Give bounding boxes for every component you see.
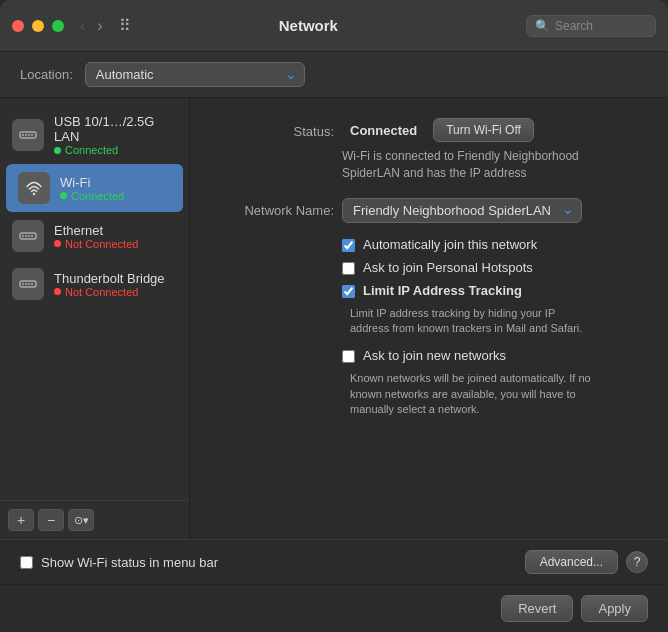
nav-arrows: ‹ › [76,17,107,35]
location-label: Location: [20,67,73,82]
wifi-dot [60,192,67,199]
location-bar: Location: Automatic [0,52,668,98]
usb-lan-dot [54,147,61,154]
ethernet-name: Ethernet [54,223,138,238]
search-input[interactable] [555,19,647,33]
sidebar: USB 10/1…/2.5G LAN Connected [0,98,190,539]
minimize-button[interactable] [32,20,44,32]
detail-panel: Status: Connected Turn Wi-Fi Off Wi-Fi i… [190,98,668,539]
show-wifi-label[interactable]: Show Wi-Fi status in menu bar [41,555,218,570]
sidebar-item-usb-lan[interactable]: USB 10/1…/2.5G LAN Connected [0,106,189,164]
ethernet-info: Ethernet Not Connected [54,223,138,250]
ethernet-icon [12,220,44,252]
remove-network-button[interactable]: − [38,509,64,531]
titlebar-title: Network [141,17,476,34]
ethernet-dot [54,240,61,247]
turn-wifi-button[interactable]: Turn Wi-Fi Off [433,118,534,142]
titlebar: ‹ › ⠿ Network 🔍 [0,0,668,52]
checkbox-new-networks-row: Ask to join new networks [342,348,644,363]
revert-button[interactable]: Revert [501,595,573,622]
checkbox-limit-ip-row: Limit IP Address Tracking [342,283,644,298]
thunderbolt-info: Thunderbolt Bridge Not Connected [54,271,165,298]
wifi-icon [18,172,50,204]
advanced-button[interactable]: Advanced... [525,550,618,574]
bottom-right: Advanced... ? [525,550,648,574]
checkbox-hotspot-row: Ask to join Personal Hotspots [342,260,644,275]
action-buttons: Revert Apply [0,584,668,632]
status-description: Wi-Fi is connected to Friendly Neighborh… [342,148,644,182]
svg-point-5 [33,193,35,195]
personal-hotspot-checkbox[interactable] [342,262,355,275]
limit-ip-checkbox[interactable] [342,285,355,298]
network-name-label: Network Name: [214,203,334,218]
action-network-button[interactable]: ⊙▾ [68,509,94,531]
sidebar-item-wifi[interactable]: Wi-Fi Connected [6,164,183,212]
forward-arrow[interactable]: › [93,17,106,35]
usb-lan-status: Connected [54,144,177,156]
window: ‹ › ⠿ Network 🔍 Location: Automatic [0,0,668,632]
personal-hotspot-label[interactable]: Ask to join Personal Hotspots [363,260,533,275]
apply-button[interactable]: Apply [581,595,648,622]
show-wifi-checkbox[interactable] [20,556,33,569]
back-arrow[interactable]: ‹ [76,17,89,35]
usb-lan-name: USB 10/1…/2.5G LAN [54,114,177,144]
network-name-row: Network Name: Friendly Neighborhood Spid… [214,198,644,223]
auto-join-checkbox[interactable] [342,239,355,252]
ethernet-status-text: Not Connected [65,238,138,250]
sidebar-footer: + − ⊙▾ [0,500,189,539]
ethernet-status: Not Connected [54,238,138,250]
location-select-wrapper: Automatic [85,62,305,87]
usb-lan-icon [12,119,44,151]
search-box: 🔍 [526,15,656,37]
thunderbolt-status-text: Not Connected [65,286,138,298]
status-label: Status: [214,122,334,139]
window-controls [12,20,64,32]
thunderbolt-icon [12,268,44,300]
bottom-bar: Show Wi-Fi status in menu bar Advanced..… [0,539,668,584]
thunderbolt-name: Thunderbolt Bridge [54,271,165,286]
search-icon: 🔍 [535,19,550,33]
show-wifi-row: Show Wi-Fi status in menu bar [20,555,218,570]
main-content: USB 10/1…/2.5G LAN Connected [0,98,668,539]
thunderbolt-dot [54,288,61,295]
usb-lan-status-text: Connected [65,144,118,156]
new-networks-checkbox[interactable] [342,350,355,363]
sidebar-list: USB 10/1…/2.5G LAN Connected [0,98,189,500]
wifi-status-text: Connected [71,190,124,202]
network-name-select[interactable]: Friendly Neighborhood SpiderLAN [342,198,582,223]
add-network-button[interactable]: + [8,509,34,531]
new-networks-label[interactable]: Ask to join new networks [363,348,506,363]
checkbox-auto-join-row: Automatically join this network [342,237,644,252]
network-name-select-wrapper: Friendly Neighborhood SpiderLAN [342,198,582,223]
wifi-info: Wi-Fi Connected [60,175,124,202]
sidebar-item-thunderbolt[interactable]: Thunderbolt Bridge Not Connected [0,260,189,308]
close-button[interactable] [12,20,24,32]
limit-ip-label[interactable]: Limit IP Address Tracking [363,283,522,298]
wifi-status: Connected [60,190,124,202]
auto-join-label[interactable]: Automatically join this network [363,237,537,252]
wifi-name: Wi-Fi [60,175,124,190]
status-row: Status: Connected Turn Wi-Fi Off [214,118,644,142]
status-desc-text: Wi-Fi is connected to Friendly Neighborh… [342,149,579,180]
help-button[interactable]: ? [626,551,648,573]
maximize-button[interactable] [52,20,64,32]
status-value: Connected [350,123,417,138]
limit-ip-desc: Limit IP address tracking by hiding your… [350,306,644,337]
usb-lan-info: USB 10/1…/2.5G LAN Connected [54,114,177,156]
new-networks-desc: Known networks will be joined automatica… [350,371,644,417]
location-select[interactable]: Automatic [85,62,305,87]
thunderbolt-status: Not Connected [54,286,165,298]
sidebar-item-ethernet[interactable]: Ethernet Not Connected [0,212,189,260]
grid-icon[interactable]: ⠿ [119,16,131,35]
